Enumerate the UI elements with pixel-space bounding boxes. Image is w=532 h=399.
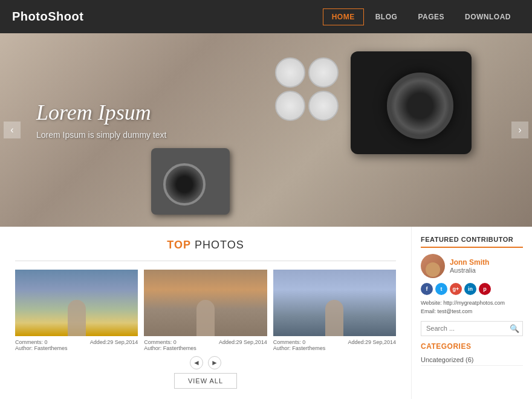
contributor-name[interactable]: Jonn Smith [450,258,489,267]
photo-author-3: Author: Fasterthemes [273,345,396,351]
nav-home[interactable]: HOME [323,8,364,25]
logo: PhotoShoot [12,10,83,24]
contributor-website: Website: http://mygreatphotos.com Email:… [421,299,523,316]
photo-added-3: Added:29 Sep,2014 [348,339,396,345]
slider-prev-button[interactable]: ‹ [4,122,21,138]
canister-4 [308,91,339,121]
canister-1 [275,57,305,88]
photo-meta-3: Comments: 0 Added:29 Sep,2014 [273,339,396,345]
sidebar: FEATURED CONTRIBUTOR Jonn Smith Australi… [411,227,532,399]
contributor-avatar [421,254,445,278]
person-silhouette-2 [196,300,215,336]
camera2-lens-decoration [163,163,206,206]
photo-comments-3: Comments: 0 [273,339,306,345]
photo-grid: Comments: 0 Added:29 Sep,2014 Author: Fa… [15,270,396,351]
hero-subtitle: Lorem Ipsum is simply dummy text [36,130,167,140]
website-label: Website: http://mygreatphotos.com [421,299,523,307]
camera-lens-decoration [387,73,453,139]
nav-pages[interactable]: PAGES [409,8,453,25]
canister-3 [275,91,305,121]
photo-thumb-1[interactable] [15,270,138,336]
search-box[interactable]: 🔍 [421,321,523,336]
content-area: TOP PHOTOS Comments: 0 Added:29 Sep,2014… [0,227,411,399]
section-title: TOP PHOTOS [15,239,396,251]
header: PhotoShoot HOME BLOG PAGES DOWNLOAD [0,0,532,33]
main-nav: HOME BLOG PAGES DOWNLOAD [323,8,520,25]
hero-background: Lorem Ipsum Lorem Ipsum is simply dummy … [0,33,532,227]
contributor-block: Jonn Smith Australia [421,254,523,278]
photo-card-2: Comments: 0 Added:29 Sep,2014 Author: Fa… [144,270,267,351]
photo-added-1: Added:29 Sep,2014 [90,339,138,345]
section-title-photos: PHOTOS [191,239,244,251]
prev-page-button[interactable]: ◄ [190,356,203,369]
photo-author-1: Author: Fasterthemes [15,345,138,351]
slider-next-button[interactable]: › [511,122,528,138]
photo-thumb-2[interactable] [144,270,267,336]
email-label: Email: test@test.com [421,307,523,316]
facebook-icon[interactable]: f [421,283,433,295]
social-icons-row: f t g+ in p [421,283,523,295]
person-silhouette-3 [325,300,343,336]
search-icon: 🔍 [510,324,519,333]
photo-meta-1: Comments: 0 Added:29 Sep,2014 [15,339,138,345]
twitter-icon[interactable]: t [435,283,447,295]
pinterest-icon[interactable]: p [479,283,491,295]
photo-thumb-3[interactable] [273,270,396,336]
linkedin-icon[interactable]: in [464,283,476,295]
photo-meta-2: Comments: 0 Added:29 Sep,2014 [144,339,267,345]
contributor-info-block: Jonn Smith Australia [450,258,489,274]
person-silhouette-1 [68,300,86,336]
view-all-button[interactable]: VIEW ALL [174,373,237,389]
main-content: TOP PHOTOS Comments: 0 Added:29 Sep,2014… [0,227,532,399]
hero-slider: Lorem Ipsum Lorem Ipsum is simply dummy … [0,33,532,227]
section-title-top: TOP [167,239,191,251]
film-canisters-decoration [275,57,339,121]
section-divider [15,261,396,261]
hero-title: Lorem Ipsum [36,100,167,125]
avatar-face [426,262,440,277]
categories-title: CATEGORIES [421,342,523,351]
featured-contributor-title: FEATURED CONTRIBUTOR [421,236,523,248]
pagination: ◄ ► [15,356,396,369]
googleplus-icon[interactable]: g+ [450,283,462,295]
photo-added-2: Added:29 Sep,2014 [219,339,267,345]
nav-blog[interactable]: BLOG [366,8,407,25]
photo-card-3: Comments: 0 Added:29 Sep,2014 Author: Fa… [273,270,396,351]
nav-download[interactable]: DOWNLOAD [456,8,520,25]
photo-card-1: Comments: 0 Added:29 Sep,2014 Author: Fa… [15,270,138,351]
contributor-country: Australia [450,267,489,274]
search-input[interactable] [426,325,510,332]
photo-comments-1: Comments: 0 [15,339,48,345]
next-page-button[interactable]: ► [208,356,221,369]
category-uncategorized[interactable]: Uncategorized (6) [421,354,523,366]
hero-text-block: Lorem Ipsum Lorem Ipsum is simply dummy … [36,100,167,140]
photo-comments-2: Comments: 0 [144,339,177,345]
photo-author-2: Author: Fasterthemes [144,345,267,351]
canister-2 [308,57,339,88]
